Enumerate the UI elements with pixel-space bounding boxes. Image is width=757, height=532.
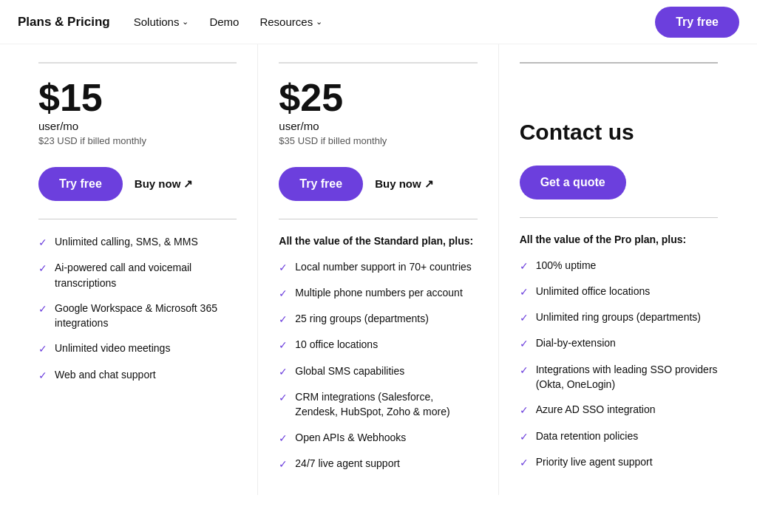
nav-try-free-button[interactable]: Try free [655,7,739,38]
check-icon: ✓ [520,363,529,378]
plan-pro: $25 user/mo $35 USD if billed monthly Tr… [258,44,498,495]
price-amount: $15 [38,78,237,117]
top-divider [520,62,718,64]
nav-demo-label: Demo [209,16,239,28]
check-icon: ✓ [38,341,47,356]
list-item: ✓ Integrations with leading SSO provider… [520,362,718,392]
feature-text: Unlimited calling, SMS, & MMS [55,234,198,249]
nav-demo[interactable]: Demo [209,16,239,28]
check-icon: ✓ [520,259,529,273]
list-item: ✓ Multiple phone numbers per account [279,285,477,301]
buy-now-button-pro[interactable]: Buy now ↗ [375,177,434,191]
get-quote-button[interactable]: Get a quote [520,166,626,200]
button-row: Try free Buy now ↗ [279,167,477,201]
list-item: ✓ Data retention policies [520,429,718,444]
check-icon: ✓ [520,403,529,417]
feature-text: Open APIs & Webhooks [295,430,406,445]
check-icon: ✓ [279,364,288,379]
check-icon: ✓ [279,338,288,352]
feature-list-pro: ✓ Local number support in 70+ countries … [279,259,477,472]
price-period: user/mo [279,120,477,132]
feature-text: Local number support in 70+ countries [295,259,472,274]
check-icon: ✓ [38,261,47,276]
button-row: Get a quote [520,166,718,200]
list-item: ✓ 24/7 live agent support [279,456,477,471]
feature-list-standard: ✓ Unlimited calling, SMS, & MMS ✓ Ai-pow… [38,234,237,383]
nav-solutions[interactable]: Solutions ⌄ [134,16,189,28]
check-icon: ✓ [520,336,529,351]
features-divider [38,219,237,219]
list-item: ✓ Unlimited office locations [520,284,718,299]
feature-list-enterprise: ✓ 100% uptime ✓ Unlimited office locatio… [520,258,718,471]
plan-enterprise: Contact us Get a quote All the value of … [499,44,739,495]
nav-resources-label: Resources [259,16,313,28]
price-amount: $25 [279,78,477,117]
check-icon: ✓ [279,431,288,446]
navigation: Plans & Pricing Solutions ⌄ Demo Resourc… [0,0,757,44]
pricing-grid: $15 user/mo $23 USD if billed monthly Tr… [0,44,757,495]
nav-links: Solutions ⌄ Demo Resources ⌄ [134,16,655,28]
check-icon: ✓ [279,390,288,405]
check-icon: ✓ [520,310,529,325]
check-icon: ✓ [38,368,47,383]
feature-text: CRM integrations (Salesforce, Zendesk, H… [295,389,477,420]
check-icon: ✓ [279,260,288,275]
features-divider [279,219,477,219]
feature-text: 100% uptime [536,258,597,273]
check-icon: ✓ [38,301,47,316]
button-row: Try free Buy now ↗ [38,167,237,201]
feature-text: 24/7 live agent support [295,456,400,471]
price-note: $35 USD if billed monthly [279,135,477,146]
list-item: ✓ Unlimited calling, SMS, & MMS [38,234,237,250]
list-item: ✓ CRM integrations (Salesforce, Zendesk,… [279,389,477,420]
spacer [520,78,718,99]
feature-text: Global SMS capabilities [295,364,404,378]
feature-text: Unlimited video meetings [55,341,170,355]
feature-text: Integrations with leading SSO providers … [536,362,718,392]
list-item: ✓ Dial-by-extension [520,335,718,351]
contact-heading: Contact us [520,120,718,145]
check-icon: ✓ [279,312,288,327]
features-intro: All the value of the Standard plan, plus… [279,234,477,249]
buy-now-button-standard[interactable]: Buy now ↗ [135,177,194,191]
try-free-button-pro[interactable]: Try free [279,167,363,201]
feature-text: Unlimited office locations [536,284,651,299]
list-item: ✓ Local number support in 70+ countries [279,259,477,275]
feature-text: Azure AD SSO integration [536,402,656,417]
list-item: ✓ 25 ring groups (departments) [279,311,477,327]
logo[interactable]: Plans & Pricing [18,15,110,30]
features-intro: All the value of the Pro plan, plus: [520,233,718,248]
top-divider [279,62,477,64]
list-item: ✓ Unlimited video meetings [38,341,237,356]
feature-text: 25 ring groups (departments) [295,311,429,326]
list-item: ✓ Unlimited ring groups (departments) [520,310,718,325]
list-item: ✓ 100% uptime [520,258,718,273]
list-item: ✓ Azure AD SSO integration [520,402,718,417]
check-icon: ✓ [279,286,288,301]
feature-text: Web and chat support [55,367,156,382]
chevron-down-icon: ⌄ [316,17,322,27]
nav-resources[interactable]: Resources ⌄ [259,16,322,28]
list-item: ✓ Google Workspace & Microsoft 365 integ… [38,301,237,331]
feature-text: Ai-powered call and voicemail transcript… [55,260,237,290]
list-item: ✓ Ai-powered call and voicemail transcri… [38,260,237,290]
price-period: user/mo [38,120,237,132]
buy-now-label: Buy now ↗ [375,177,434,191]
top-divider [38,62,237,64]
chevron-down-icon: ⌄ [182,17,189,27]
price-note: $23 USD if billed monthly [38,135,237,146]
feature-text: Unlimited ring groups (departments) [536,310,701,324]
check-icon: ✓ [279,457,288,471]
list-item: ✓ Open APIs & Webhooks [279,430,477,446]
feature-text: 10 office locations [295,337,378,352]
nav-solutions-label: Solutions [134,16,180,28]
check-icon: ✓ [520,284,529,299]
list-item: ✓ 10 office locations [279,337,477,352]
feature-text: Data retention policies [536,429,639,443]
feature-text: Google Workspace & Microsoft 365 integra… [55,301,237,331]
feature-text: Multiple phone numbers per account [295,285,462,300]
list-item: ✓ Priority live agent support [520,454,718,470]
check-icon: ✓ [520,429,529,444]
feature-text: Priority live agent support [536,454,653,469]
try-free-button-standard[interactable]: Try free [38,167,123,201]
